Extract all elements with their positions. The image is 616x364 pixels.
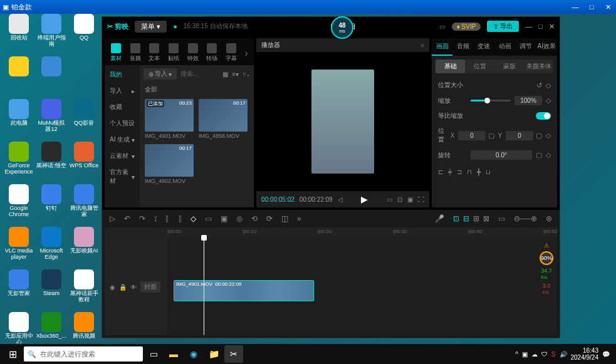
- desktop-icon[interactable]: 此电脑: [4, 99, 34, 139]
- desktop-icon[interactable]: Microsoft Edge: [36, 227, 66, 267]
- app-close-button[interactable]: ✕: [549, 23, 555, 31]
- desktop-icon[interactable]: [4, 56, 34, 96]
- align-hcenter-icon[interactable]: ┿: [448, 169, 452, 175]
- timeline-tracks[interactable]: ◉ 🔒 👁 封面 IMG_4901.MOV 00:00:22:09 ⚠ 90% …: [105, 239, 557, 335]
- y-value[interactable]: 0: [506, 131, 533, 140]
- sidenav-import[interactable]: 导入▸: [105, 85, 140, 96]
- rotate-stepper-icon[interactable]: ▢: [536, 151, 542, 159]
- tray-shield-icon[interactable]: 🛡: [541, 351, 548, 358]
- taskbar-edge-icon[interactable]: ◉: [184, 345, 203, 363]
- desktop-icon[interactable]: Steam: [36, 269, 66, 309]
- desktop-icon[interactable]: WPS Office: [69, 142, 99, 182]
- sidenav-ai[interactable]: AI 生成▾: [105, 134, 140, 145]
- svip-badge[interactable]: ♦ SVIP: [452, 23, 481, 31]
- app-maximize-button[interactable]: □: [538, 23, 543, 31]
- speed-icon[interactable]: ⟳: [266, 214, 273, 223]
- import-button[interactable]: ⊕ 导入 ▾: [144, 68, 177, 80]
- filter-all[interactable]: 全部: [140, 83, 254, 96]
- ratio-icon[interactable]: ▭: [387, 196, 392, 203]
- inspector-tab[interactable]: 音频: [452, 38, 473, 56]
- desktop-icon[interactable]: 无影管家: [4, 269, 34, 309]
- desktop-icon[interactable]: 腾讯电脑管家: [69, 184, 99, 224]
- tray-cloud-icon[interactable]: ☁: [531, 351, 538, 358]
- media-clip[interactable]: 00:17IMG_4858.MOV: [199, 99, 248, 139]
- marker-icon[interactable]: ◇: [191, 214, 196, 223]
- scale-value[interactable]: 100%: [514, 96, 542, 105]
- desktop-icon[interactable]: Google Chrome: [4, 184, 34, 224]
- mute-icon[interactable]: ◉: [110, 284, 115, 291]
- group-icon[interactable]: ▣: [221, 214, 227, 223]
- notifications-icon[interactable]: 💬: [602, 351, 610, 358]
- play-button[interactable]: ▶: [361, 194, 368, 204]
- sidenav-mine[interactable]: 我的: [105, 69, 140, 80]
- pos-keyframe-icon[interactable]: ◇: [546, 132, 551, 140]
- delete-icon[interactable]: ▭: [205, 214, 212, 223]
- hide-icon[interactable]: 👁: [130, 284, 137, 291]
- uniform-toggle[interactable]: [536, 112, 551, 120]
- export-button[interactable]: ⇧ 导出: [487, 21, 519, 32]
- inspector-subtab[interactable]: 美颜美体: [524, 60, 553, 73]
- desktop-icon[interactable]: [36, 56, 66, 96]
- mic-icon[interactable]: 🎤: [435, 214, 444, 223]
- source-tab[interactable]: 转场: [203, 41, 221, 65]
- inspector-subtab[interactable]: 基础: [436, 60, 465, 73]
- inspector-subtab[interactable]: 蒙版: [494, 60, 524, 73]
- desktop-icon[interactable]: VLC media player: [4, 227, 34, 267]
- layout-icon[interactable]: ▭: [439, 23, 446, 31]
- x-stepper-icon[interactable]: ▢: [488, 132, 494, 140]
- desktop-icon[interactable]: MuMu模拟器12: [36, 99, 66, 139]
- filter-icon[interactable]: ⑂▾: [243, 71, 250, 78]
- timeline-clip[interactable]: IMG_4901.MOV 00:00:22:09: [174, 280, 314, 301]
- task-view-icon[interactable]: ▭: [144, 345, 163, 363]
- crop-tool-icon[interactable]: ◫: [281, 214, 288, 223]
- rotate-keyframe-icon[interactable]: ◇: [546, 151, 551, 159]
- menu-button[interactable]: 菜单 ▾: [135, 21, 167, 33]
- keyframe-icon[interactable]: ◇: [546, 81, 551, 90]
- os-close-button[interactable]: ✕: [602, 3, 613, 11]
- sort-icon[interactable]: ≡▾: [232, 71, 239, 78]
- lock-icon[interactable]: 🔒: [119, 284, 127, 291]
- scale-keyframe-icon[interactable]: ◇: [546, 96, 551, 105]
- tray-app-icon[interactable]: ▣: [522, 351, 528, 358]
- preview-viewport[interactable]: [256, 52, 429, 191]
- snap-2-icon[interactable]: ⊟: [463, 214, 469, 223]
- rotate-value[interactable]: 0.0°: [471, 150, 532, 160]
- tabs-next-icon[interactable]: ›: [241, 41, 251, 65]
- tray-ime-icon[interactable]: S: [551, 351, 556, 358]
- sidenav-favorite[interactable]: 收藏: [105, 101, 140, 113]
- split-icon[interactable]: ⟟: [154, 214, 157, 223]
- snap-3-icon[interactable]: ⊞: [473, 214, 479, 223]
- media-clip[interactable]: 00:17IMG_4802.MOV: [145, 144, 194, 184]
- source-tab[interactable]: 特效: [184, 41, 202, 65]
- source-tab[interactable]: 贴纸: [165, 41, 183, 65]
- desktop-icon[interactable]: QQ影音: [69, 99, 99, 139]
- align-bottom-icon[interactable]: ⊔: [486, 169, 491, 175]
- desktop-icon[interactable]: [69, 56, 99, 96]
- tray-sound-icon[interactable]: 🔊: [560, 351, 567, 358]
- desktop-icon[interactable]: 钉钉: [36, 184, 66, 224]
- desktop-icon[interactable]: 黑神话新手教程: [69, 269, 99, 309]
- desktop-icon[interactable]: 回收站: [4, 14, 34, 54]
- align-right-icon[interactable]: ⊐: [457, 169, 462, 175]
- inspector-tab[interactable]: 画面: [432, 38, 452, 56]
- safe-area-icon[interactable]: ▣: [407, 196, 413, 203]
- zoom-slider-icon[interactable]: ⊖──⊕: [514, 214, 537, 223]
- os-minimize-button[interactable]: —: [570, 3, 581, 11]
- source-tab[interactable]: 字幕: [222, 41, 240, 65]
- desktop-icon[interactable]: 黑神话:悟空: [36, 142, 66, 182]
- grid-view-icon[interactable]: ▦: [222, 71, 228, 78]
- desktop-icon[interactable]: QQ: [69, 14, 99, 54]
- scale-slider[interactable]: [471, 100, 511, 101]
- desktop-icon[interactable]: GeForce Experience: [4, 142, 34, 182]
- source-tab[interactable]: 素材: [107, 41, 125, 65]
- os-maximize-button[interactable]: □: [586, 3, 597, 11]
- x-value[interactable]: 0: [458, 131, 486, 140]
- taskbar-explorer-icon[interactable]: ▬: [164, 345, 183, 363]
- source-tab[interactable]: 音频: [127, 41, 145, 65]
- app-minimize-button[interactable]: —: [525, 23, 532, 31]
- reset-icon[interactable]: ↺: [536, 81, 542, 90]
- taskbar-search[interactable]: 🔍 在此键入进行搜索: [24, 346, 143, 361]
- search-input[interactable]: 搜索...: [180, 70, 219, 78]
- taskbar-jianying-icon[interactable]: ✂: [224, 345, 243, 363]
- align-vcenter-icon[interactable]: ╋: [477, 169, 481, 175]
